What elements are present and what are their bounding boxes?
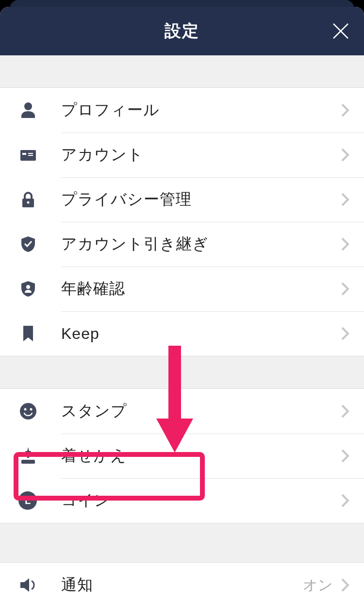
chevron-right-icon	[341, 404, 349, 419]
speaker-icon	[18, 575, 61, 595]
row-label: コイン	[61, 490, 341, 511]
row-label: 通知	[61, 574, 303, 596]
row-age-verification[interactable]: 年齢確認	[0, 267, 364, 311]
row-profile[interactable]: プロフィール	[0, 88, 364, 133]
settings-section-account: プロフィール アカウント プライバシー管理 アカウント引き継ぎ	[0, 87, 364, 356]
svg-point-5	[27, 201, 30, 204]
chevron-right-icon	[341, 192, 349, 207]
shield-user-icon	[18, 279, 61, 299]
lock-icon	[18, 190, 61, 209]
svg-rect-10	[21, 460, 35, 464]
svg-rect-3	[28, 155, 33, 156]
svg-rect-1	[22, 153, 26, 155]
row-label: 年齢確認	[61, 278, 341, 300]
row-privacy[interactable]: プライバシー管理	[0, 177, 364, 222]
row-label: アカウント引き継ぎ	[61, 234, 341, 255]
chevron-right-icon	[341, 578, 349, 592]
row-coin[interactable]: L コイン	[0, 478, 364, 523]
shield-check-icon	[18, 235, 61, 254]
account-icon	[18, 145, 61, 165]
chevron-right-icon	[341, 103, 349, 117]
svg-rect-2	[28, 153, 33, 154]
page-title: 設定	[165, 20, 199, 42]
row-label: アカウント	[61, 144, 341, 166]
header: 設定	[0, 7, 364, 55]
bookmark-icon	[18, 324, 61, 343]
row-account-transfer[interactable]: アカウント引き継ぎ	[0, 222, 364, 267]
row-label: プロフィール	[61, 100, 341, 121]
settings-section-general: 通知 オン	[0, 562, 364, 604]
close-icon	[332, 23, 349, 39]
row-notifications[interactable]: 通知 オン	[0, 563, 364, 604]
row-stamp[interactable]: スタンプ	[0, 389, 364, 434]
profile-icon	[18, 101, 61, 120]
svg-point-9	[30, 408, 33, 411]
row-label: 着せかえ	[61, 445, 341, 467]
chevron-right-icon	[341, 493, 349, 508]
row-value: オン	[303, 575, 333, 595]
row-label: スタンプ	[61, 401, 341, 422]
chevron-right-icon	[341, 148, 349, 162]
coin-icon: L	[18, 491, 61, 510]
svg-point-6	[26, 285, 30, 289]
row-account[interactable]: アカウント	[0, 133, 364, 177]
chevron-right-icon	[341, 282, 349, 296]
chevron-right-icon	[341, 237, 349, 252]
svg-point-8	[24, 408, 27, 411]
row-label: Keep	[61, 325, 341, 343]
settings-section-shop: スタンプ 着せかえ L コイン	[0, 388, 364, 523]
row-keep[interactable]: Keep	[0, 311, 364, 356]
row-theme[interactable]: 着せかえ	[0, 434, 364, 478]
close-button[interactable]	[331, 21, 350, 41]
chevron-right-icon	[341, 326, 349, 341]
brush-icon	[18, 446, 61, 466]
row-label: プライバシー管理	[61, 189, 341, 210]
svg-point-7	[20, 403, 36, 419]
smile-icon	[18, 402, 61, 421]
chevron-right-icon	[341, 449, 349, 463]
